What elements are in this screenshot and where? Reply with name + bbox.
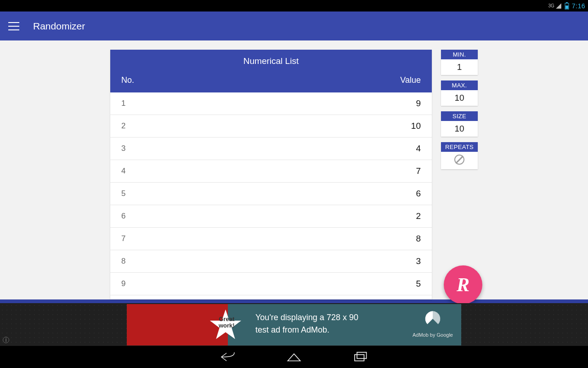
max-value: 10 <box>441 90 478 106</box>
fab-glyph: R <box>457 274 469 296</box>
table-row: 78 <box>110 228 432 250</box>
ad-banner[interactable]: Greatwork! You're displaying a 728 x 90 … <box>127 304 461 345</box>
row-value: 8 <box>416 234 421 244</box>
back-button[interactable] <box>220 351 236 363</box>
android-nav-bar <box>0 346 588 368</box>
table-title: Numerical List <box>110 50 432 71</box>
col-header-value: Value <box>400 75 421 85</box>
numerical-list-card: Numerical List No. Value 192103447566278… <box>110 50 432 299</box>
divider-strip <box>0 299 588 303</box>
signal-icon <box>555 3 562 9</box>
row-no: 6 <box>121 212 125 221</box>
row-no: 2 <box>121 121 125 131</box>
svg-rect-4 <box>355 355 364 361</box>
max-label: MAX. <box>441 80 478 90</box>
ad-great-text: Greatwork! <box>219 316 235 328</box>
repeats-control[interactable]: REPEATS <box>441 142 478 169</box>
table-header: Numerical List No. Value <box>110 50 432 92</box>
ad-area: i Greatwork! You're displaying a 728 x 9… <box>0 303 588 346</box>
repeats-value <box>441 152 478 169</box>
home-button[interactable] <box>286 351 302 363</box>
row-value: 10 <box>411 121 421 131</box>
controls-panel: MIN. 1 MAX. 10 SIZE 10 REPEATS <box>441 50 478 299</box>
size-value: 10 <box>441 121 478 137</box>
table-row: 95 <box>110 273 432 295</box>
bottom-region: i Greatwork! You're displaying a 728 x 9… <box>0 299 588 368</box>
repeats-label: REPEATS <box>441 142 478 152</box>
row-value: 7 <box>416 166 421 176</box>
table-row: 34 <box>110 138 432 160</box>
battery-icon <box>565 2 569 10</box>
size-control[interactable]: SIZE 10 <box>441 111 478 137</box>
size-label: SIZE <box>441 111 478 121</box>
row-no: 5 <box>121 189 125 198</box>
table-row: 19 <box>110 92 432 115</box>
app-title: Randomizer <box>33 21 85 32</box>
row-value: 5 <box>416 279 421 289</box>
table-row: 62 <box>110 205 432 228</box>
row-no: 1 <box>121 99 125 108</box>
table-row: 56 <box>110 183 432 205</box>
row-no: 8 <box>121 257 125 266</box>
row-no: 4 <box>121 167 125 176</box>
row-value: 9 <box>416 98 421 109</box>
min-value: 1 <box>441 59 478 75</box>
status-clock: 7:16 <box>572 2 585 10</box>
svg-rect-1 <box>566 2 568 3</box>
admob-icon <box>424 310 442 328</box>
row-value: 2 <box>416 211 421 221</box>
col-header-no: No. <box>121 75 134 85</box>
table-row: 83 <box>110 250 432 273</box>
menu-icon[interactable] <box>8 22 19 30</box>
row-value: 6 <box>416 189 421 199</box>
randomize-fab[interactable]: R <box>444 265 482 304</box>
min-label: MIN. <box>441 50 478 59</box>
network-indicator: 3G <box>548 3 561 9</box>
ad-text: You're displaying a 728 x 90 test ad fro… <box>255 311 358 336</box>
recents-button[interactable] <box>352 351 368 363</box>
svg-rect-5 <box>357 352 366 359</box>
table-row: 210 <box>110 115 432 138</box>
table-row: 47 <box>110 160 432 183</box>
ad-brand: AdMob by Google <box>413 310 453 338</box>
ad-info-icon[interactable]: i <box>3 337 9 343</box>
row-no: 7 <box>121 234 125 243</box>
svg-rect-2 <box>565 6 568 9</box>
row-value: 3 <box>416 256 421 266</box>
min-control[interactable]: MIN. 1 <box>441 50 478 75</box>
max-control[interactable]: MAX. 10 <box>441 80 478 106</box>
android-status-bar: 3G 7:16 <box>0 0 588 12</box>
content-area: Numerical List No. Value 192103447566278… <box>0 40 588 299</box>
table-body[interactable]: 1921034475662788395101 <box>110 92 432 299</box>
row-no: 9 <box>121 279 125 288</box>
row-value: 4 <box>416 144 421 154</box>
app-bar: Randomizer <box>0 12 588 40</box>
table-row: 101 <box>110 295 432 299</box>
row-no: 3 <box>121 144 125 153</box>
no-repeats-icon <box>454 155 464 165</box>
